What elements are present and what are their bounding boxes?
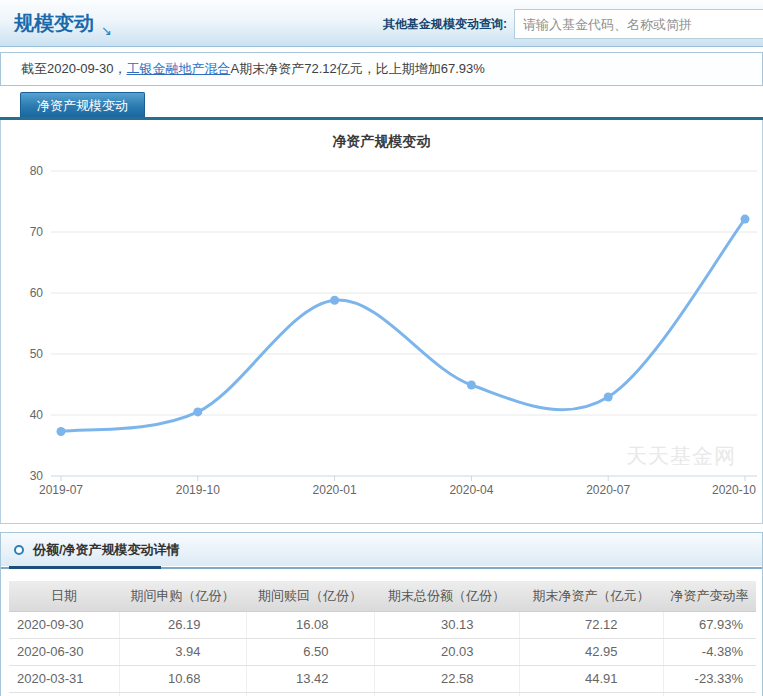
table-cell: 42.95	[519, 638, 663, 665]
table-cell: 67.93%	[663, 611, 756, 638]
table-cell: 26.19	[119, 611, 246, 638]
table-header-cell: 期末净资产（亿元）	[519, 581, 663, 611]
table-header-cell: 期间申购（亿份）	[119, 581, 246, 611]
table-cell: 10.68	[119, 665, 246, 692]
table-cell: 6.50	[246, 638, 374, 665]
fund-name-link[interactable]: 工银金融地产混合	[127, 60, 231, 78]
tab-net-asset-scale[interactable]: 净资产规模变动	[20, 92, 145, 117]
table-row: 2020-09-3026.1916.0830.1372.1267.93%	[9, 611, 756, 638]
table-header-row: 日期期间申购（亿份）期间赎回（亿份）期末总份额（亿份）期末净资产（亿元）净资产变…	[9, 581, 756, 611]
table-cell: 2020-06-30	[9, 638, 119, 665]
svg-text:70: 70	[30, 225, 44, 239]
table-header-cell: 日期	[9, 581, 119, 611]
summary-bar: 截至2020-09-30，工银金融地产混合A期末净资产72.12亿元，比上期增加…	[0, 52, 763, 86]
tab-row: 净资产规模变动	[0, 90, 763, 120]
chart-title: 净资产规模变动	[1, 120, 762, 151]
fund-query-area: 其他基金规模变动查询:	[383, 9, 763, 39]
svg-text:2019-10: 2019-10	[176, 483, 220, 497]
table-row-partial	[9, 692, 756, 696]
details-underline	[1, 566, 762, 569]
svg-text:50: 50	[30, 347, 44, 361]
table-cell: 16.08	[246, 611, 374, 638]
net-asset-line-chart: 3040506070802019-072019-102020-012020-04…	[1, 120, 763, 528]
svg-text:30: 30	[30, 469, 44, 483]
table-cell: -4.38%	[663, 638, 756, 665]
table-cell: 20.03	[374, 638, 519, 665]
table-cell: 2020-03-31	[9, 665, 119, 692]
svg-text:2019-07: 2019-07	[39, 483, 83, 497]
details-header: 份额/净资产规模变动详情	[1, 533, 762, 566]
table-row: 2020-06-303.946.5020.0342.95-4.38%	[9, 638, 756, 665]
page-title: 规模变动	[14, 10, 94, 37]
table-cell: 3.94	[119, 638, 246, 665]
table-header-cell: 期间赎回（亿份）	[246, 581, 374, 611]
table-cell: 30.13	[374, 611, 519, 638]
scale-change-table: 日期期间申购（亿份）期间赎回（亿份）期末总份额（亿份）期末净资产（亿元）净资产变…	[9, 581, 756, 696]
page-header: 规模变动 ↘ 其他基金规模变动查询:	[0, 0, 763, 47]
table-header-cell: 净资产变动率	[663, 581, 756, 611]
table-cell: 44.91	[519, 665, 663, 692]
svg-text:2020-01: 2020-01	[313, 483, 357, 497]
svg-text:2020-07: 2020-07	[586, 483, 630, 497]
net-asset-chart-panel: 净资产规模变动 天天基金网 3040506070802019-072019-10…	[0, 120, 763, 524]
svg-text:2020-10: 2020-10	[712, 483, 756, 497]
circle-bullet-icon	[14, 545, 24, 555]
svg-text:2020-04: 2020-04	[449, 483, 493, 497]
summary-suffix: A期末净资产72.12亿元，比上期增加67.93%	[231, 60, 485, 78]
details-panel: 份额/净资产规模变动详情 日期期间申购（亿份）期间赎回（亿份）期末总份额（亿份）…	[0, 532, 763, 696]
table-cell: 2020-09-30	[9, 611, 119, 638]
query-label: 其他基金规模变动查询:	[383, 16, 507, 33]
table-row: 2020-03-3110.6813.4222.5844.91-23.33%	[9, 665, 756, 692]
table-cell: 13.42	[246, 665, 374, 692]
arrow-down-right-icon: ↘	[101, 23, 112, 38]
table-cell: -23.33%	[663, 665, 756, 692]
details-section-title: 份额/净资产规模变动详情	[33, 541, 180, 559]
svg-text:80: 80	[30, 164, 44, 178]
table-cell: 72.12	[519, 611, 663, 638]
summary-prefix: 截至2020-09-30，	[21, 60, 127, 78]
table-header-cell: 期末总份额（亿份）	[374, 581, 519, 611]
svg-text:40: 40	[30, 408, 44, 422]
svg-text:60: 60	[30, 286, 44, 300]
table-cell: 22.58	[374, 665, 519, 692]
fund-search-input[interactable]	[514, 9, 763, 39]
